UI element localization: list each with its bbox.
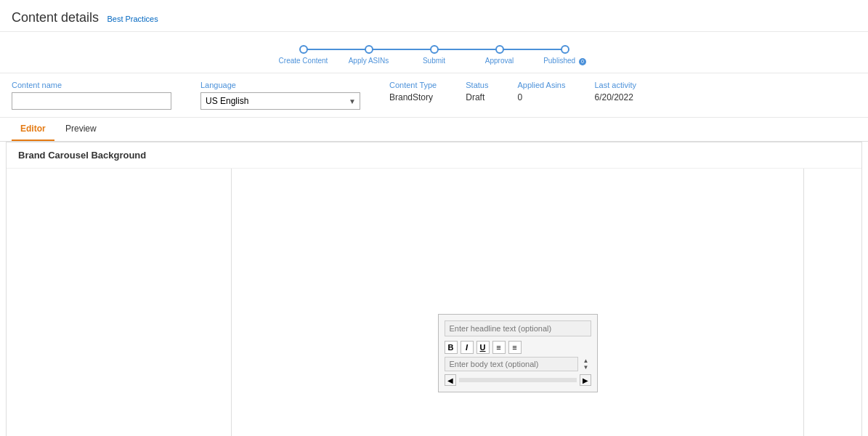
metadata-row: Content name Language US English UK Engl… <box>0 73 868 118</box>
spinner-down[interactable]: ▼ <box>581 364 591 371</box>
step-label-5: Published 0 <box>543 57 586 65</box>
status-value: Draft <box>466 92 488 102</box>
content-canvas: B I U ≡ ≡ ▲ ▼ <box>232 314 803 436</box>
text-overlay-box: B I U ≡ ≡ ▲ ▼ <box>438 314 598 392</box>
status-label: Status <box>466 81 488 89</box>
body-input-row: ▲ ▼ <box>445 357 591 371</box>
steps-container: Create Content Apply ASINs Submit Approv… <box>271 45 598 65</box>
text-toolbar: B I U ≡ ≡ <box>445 341 591 354</box>
bold-button[interactable]: B <box>445 341 458 354</box>
progress-section: Create Content Apply ASINs Submit Approv… <box>0 32 868 73</box>
last-activity-value: 6/20/2022 <box>594 92 636 102</box>
status-field: Status Draft <box>466 81 488 110</box>
spinner-up[interactable]: ▲ <box>581 358 591 364</box>
last-activity-field: Last activity 6/20/2022 <box>594 81 636 110</box>
nav-left-button[interactable]: ◀ <box>445 374 456 386</box>
applied-asins-value: 0 <box>517 92 565 102</box>
center-panel: B I U ≡ ≡ ▲ ▼ <box>232 169 803 436</box>
nav-right-button[interactable]: ▶ <box>580 374 591 386</box>
content-type-field: Content Type BrandStory <box>389 81 437 110</box>
editor-layout: B I U ≡ ≡ ▲ ▼ <box>7 169 861 436</box>
right-panel <box>803 169 861 436</box>
applied-asins-field: Applied Asins 0 <box>517 81 565 110</box>
list-button-2[interactable]: ≡ <box>508 341 522 354</box>
tabs-section: Editor Preview <box>0 118 868 142</box>
language-field: Language US English UK English German Fr… <box>200 81 360 110</box>
content-name-label: Content name <box>12 81 171 89</box>
italic-button[interactable]: I <box>461 341 474 354</box>
step-circle-1 <box>299 45 308 54</box>
body-nav-row: ◀ ▶ <box>445 374 591 386</box>
body-input[interactable] <box>445 357 578 371</box>
left-panel <box>7 169 232 436</box>
language-select[interactable]: US English UK English German French Span… <box>200 92 360 110</box>
step-label-4: Approval <box>485 57 514 65</box>
step-circle-5 <box>561 45 569 54</box>
last-activity-label: Last activity <box>594 81 636 89</box>
list-button-1[interactable]: ≡ <box>492 341 506 354</box>
nav-bar <box>459 378 577 382</box>
tab-editor[interactable]: Editor <box>12 118 54 141</box>
content-name-input[interactable] <box>12 92 171 110</box>
connector-1 <box>304 49 369 50</box>
content-type-value: BrandStory <box>389 92 437 102</box>
step-label-1: Create Content <box>279 57 328 65</box>
section-title: Brand Carousel Background <box>7 142 861 169</box>
connector-3 <box>434 49 500 50</box>
best-practices-link[interactable]: Best Practices <box>107 15 158 23</box>
connector-4 <box>500 49 565 50</box>
body-spinner: ▲ ▼ <box>581 358 591 371</box>
content-type-label: Content Type <box>389 81 437 89</box>
editor-area: Brand Carousel Background B I U ≡ ≡ <box>0 142 868 436</box>
editor-outer-border: Brand Carousel Background B I U ≡ ≡ <box>6 142 862 436</box>
step-circle-2 <box>365 45 373 54</box>
step-label-3: Submit <box>423 57 445 65</box>
headline-input[interactable] <box>445 320 591 336</box>
step-label-2: Apply ASINs <box>349 57 389 65</box>
step-circle-3 <box>430 45 439 54</box>
tab-preview[interactable]: Preview <box>57 118 105 140</box>
step-circle-4 <box>495 45 504 54</box>
page-title: Content details <box>12 10 99 25</box>
published-info-icon[interactable]: 0 <box>579 58 586 65</box>
language-label: Language <box>200 81 360 89</box>
content-name-field: Content name <box>12 81 171 110</box>
language-select-wrapper: US English UK English German French Span… <box>200 92 360 110</box>
connector-2 <box>369 49 434 50</box>
page-header: Content details Best Practices <box>0 0 868 32</box>
applied-asins-label: Applied Asins <box>517 81 565 89</box>
underline-button[interactable]: U <box>476 341 490 354</box>
step-create-content: Create Content <box>271 45 336 65</box>
